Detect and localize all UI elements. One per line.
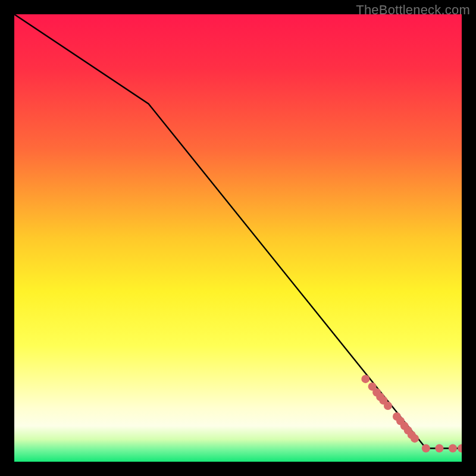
gradient-background [14, 14, 462, 462]
data-point [435, 444, 443, 452]
data-point [411, 434, 419, 443]
chart-plot [14, 14, 462, 462]
data-point [449, 444, 457, 452]
data-point [422, 444, 430, 452]
data-point [384, 402, 392, 410]
data-point [361, 375, 369, 383]
chart-stage: TheBottleneck.com [0, 0, 476, 476]
